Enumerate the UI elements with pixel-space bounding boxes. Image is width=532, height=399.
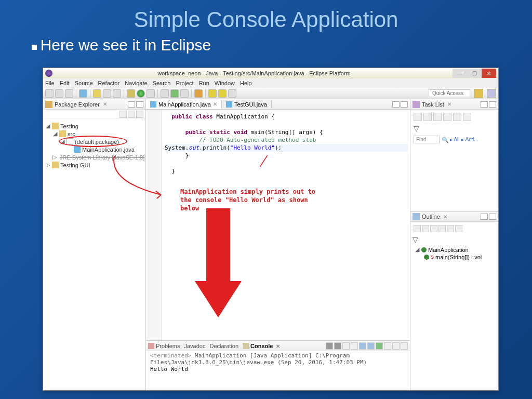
menu-source[interactable]: Source	[75, 80, 93, 86]
red-arrow-icon	[195, 208, 242, 328]
new-package-icon[interactable]	[161, 89, 169, 98]
hide-nonpublic-icon[interactable]	[438, 225, 446, 232]
new-console-icon[interactable]	[384, 342, 391, 350]
slide-title: Simple Console Application	[0, 0, 532, 32]
display-console-icon[interactable]	[367, 342, 375, 350]
collapse-icon[interactable]	[463, 113, 471, 121]
maximize-button[interactable]: ☐	[467, 69, 482, 78]
clear-console-icon[interactable]	[342, 342, 350, 350]
minimize-button[interactable]: —	[453, 69, 467, 78]
all-link[interactable]: ▸ All	[450, 137, 459, 142]
menu-window[interactable]: Window	[215, 80, 235, 86]
collapse-all-icon[interactable]	[119, 111, 127, 118]
schedule-icon[interactable]	[433, 113, 442, 121]
hide-static-icon[interactable]	[430, 225, 437, 232]
tab-console[interactable]: Console✕	[243, 343, 280, 349]
build-icon[interactable]	[113, 89, 121, 98]
maximize-view-icon[interactable]	[489, 214, 496, 220]
menu-refactor[interactable]: Refactor	[98, 80, 120, 86]
minimize-view-icon[interactable]	[481, 214, 488, 220]
hide-fields-icon[interactable]	[422, 225, 429, 232]
main-toolbar	[43, 88, 498, 99]
project-tree[interactable]: ◢Testing ◢src ◢(default package) MainApp…	[43, 119, 145, 172]
new-class-icon[interactable]	[170, 89, 179, 98]
search2-icon[interactable]	[194, 89, 203, 98]
close-tab-icon[interactable]: ✕	[103, 101, 107, 107]
activate-link[interactable]: ▸ Acti...	[461, 137, 478, 142]
focus-outline-icon[interactable]	[455, 225, 462, 232]
maximize-view-icon[interactable]	[489, 101, 496, 108]
new-task-icon[interactable]	[414, 113, 422, 121]
coverage-icon[interactable]	[147, 89, 155, 98]
tree-testing-gui[interactable]: Testing GUI	[60, 162, 90, 168]
outline-method[interactable]: main(String[]) : voi	[435, 254, 482, 260]
menu-edit[interactable]: Edit	[60, 80, 70, 86]
remove-all-icon[interactable]	[334, 342, 341, 350]
pin-console-icon[interactable]	[359, 342, 366, 350]
menu-help[interactable]: Help	[240, 80, 252, 86]
tab-problems[interactable]: Problems	[148, 343, 180, 349]
save-icon[interactable]	[55, 89, 63, 98]
maximize-bottom-icon[interactable]	[401, 342, 408, 350]
maximize-editor-icon[interactable]	[401, 101, 408, 108]
close-tab-icon[interactable]: ✕	[213, 101, 217, 107]
categorize-icon[interactable]	[423, 113, 432, 121]
menu-project[interactable]: Project	[176, 80, 193, 86]
minimize-view-icon[interactable]	[481, 101, 488, 108]
task-list-icon	[413, 101, 420, 108]
folder-icon[interactable]	[103, 89, 111, 98]
close-tab-icon[interactable]: ✕	[447, 101, 451, 107]
sort-icon[interactable]	[414, 225, 421, 232]
package-explorer-title: Package Explorer	[55, 101, 100, 108]
link-editor-icon[interactable]	[128, 111, 135, 118]
menu-search[interactable]: Search	[153, 80, 171, 86]
task-list-title: Task List	[422, 101, 444, 108]
tree-main-app[interactable]: MainApplication.java	[82, 147, 135, 153]
java-perspective-icon[interactable]	[474, 89, 483, 98]
find-input[interactable]: Find	[414, 136, 440, 143]
new-icon[interactable]	[45, 89, 54, 98]
view-menu-icon[interactable]	[136, 111, 143, 118]
console-body[interactable]: <terminated> MainApplication [Java Appli…	[146, 351, 410, 374]
minimize-bottom-icon[interactable]	[392, 342, 400, 350]
run-icon[interactable]	[137, 89, 145, 98]
titlebar[interactable]: workspace_neon - Java - Testing/src/Main…	[43, 68, 498, 78]
tab-javadoc[interactable]: Javadoc	[184, 343, 205, 349]
minimize-view-icon[interactable]	[128, 101, 135, 108]
menu-navigate[interactable]: Navigate	[125, 80, 147, 86]
menu-run[interactable]: Run	[199, 80, 209, 86]
menu-file[interactable]: File	[45, 80, 55, 86]
hide-local-icon[interactable]	[447, 225, 454, 232]
terminated-label: <terminated>	[150, 352, 191, 359]
search-icon[interactable]	[79, 89, 87, 98]
eclipse-icon	[45, 70, 52, 77]
remove-launch-icon[interactable]	[326, 342, 333, 350]
close-tab-icon[interactable]: ✕	[443, 214, 447, 220]
scroll-lock-icon[interactable]	[351, 342, 358, 350]
nav-back-icon[interactable]	[208, 89, 217, 98]
tree-jre[interactable]: JRE System Library [JavaSE-1.8]	[60, 154, 144, 161]
open-console-icon[interactable]	[376, 342, 383, 350]
outline-class[interactable]: MainApplication	[428, 247, 469, 253]
close-button[interactable]: ✕	[482, 69, 496, 78]
wand-icon[interactable]	[93, 89, 101, 98]
tree-testing[interactable]: Testing	[60, 123, 78, 129]
editor-tab-testgui[interactable]: TestGUI.java	[222, 100, 272, 109]
quick-access-input[interactable]	[429, 89, 470, 97]
minimize-editor-icon[interactable]	[392, 101, 400, 108]
tree-src[interactable]: src	[68, 131, 75, 137]
editor-tab-main[interactable]: MainApplication.java✕	[146, 100, 222, 109]
nav-fwd-icon[interactable]	[218, 89, 227, 98]
maximize-view-icon[interactable]	[136, 101, 143, 108]
last-edit-icon[interactable]	[228, 89, 236, 98]
code-editor[interactable]: public class MainApplication { public st…	[146, 110, 410, 340]
filter-icon[interactable]	[453, 113, 461, 121]
tab-declaration[interactable]: Declaration	[209, 343, 238, 349]
save-all-icon[interactable]	[65, 89, 73, 98]
open-type-icon[interactable]	[180, 89, 189, 98]
debug-perspective-icon[interactable]	[487, 89, 496, 98]
search-icon[interactable]: 🔍	[442, 137, 448, 143]
focus-icon[interactable]	[443, 113, 451, 121]
debug-icon[interactable]	[127, 89, 135, 98]
tree-default-package[interactable]: (default package)	[75, 139, 119, 145]
